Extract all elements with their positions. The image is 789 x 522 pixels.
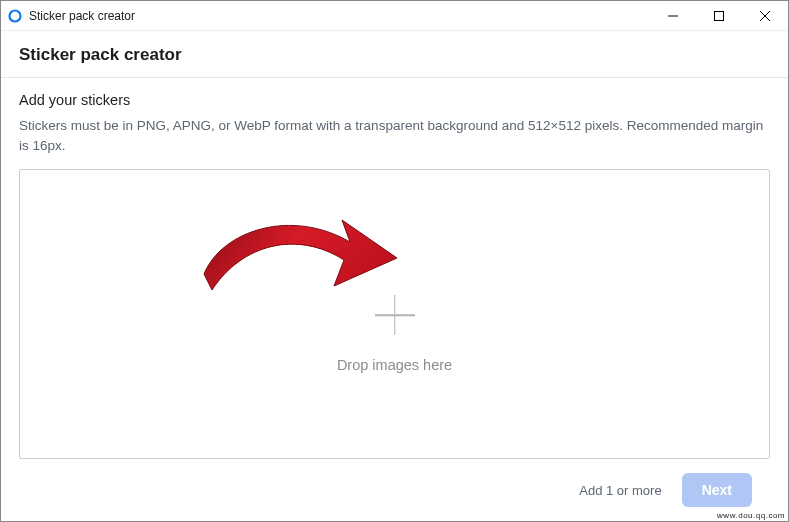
main-content: Add your stickers Stickers must be in PN… <box>1 78 788 521</box>
minimize-button[interactable] <box>650 1 696 31</box>
page-title: Sticker pack creator <box>19 45 770 65</box>
svg-rect-2 <box>715 11 724 20</box>
dropzone-label: Drop images here <box>337 357 452 373</box>
window-title: Sticker pack creator <box>29 9 135 23</box>
section-description: Stickers must be in PNG, APNG, or WebP f… <box>19 116 770 155</box>
plus-icon <box>375 295 415 335</box>
svg-point-0 <box>10 10 21 21</box>
section-title: Add your stickers <box>19 92 770 108</box>
window-controls <box>650 1 788 31</box>
app-icon <box>7 8 23 24</box>
next-button[interactable]: Next <box>682 473 752 507</box>
status-text: Add 1 or more <box>579 483 661 498</box>
close-button[interactable] <box>742 1 788 31</box>
app-window: Sticker pack creator Sticker pack creato… <box>0 0 789 522</box>
footer: Add 1 or more Next <box>19 459 770 521</box>
titlebar-left: Sticker pack creator <box>1 8 650 24</box>
dropzone[interactable]: Drop images here <box>19 169 770 459</box>
page-header: Sticker pack creator <box>1 31 788 78</box>
maximize-button[interactable] <box>696 1 742 31</box>
titlebar: Sticker pack creator <box>1 1 788 31</box>
watermark: www.dou.qq.com <box>717 511 785 520</box>
